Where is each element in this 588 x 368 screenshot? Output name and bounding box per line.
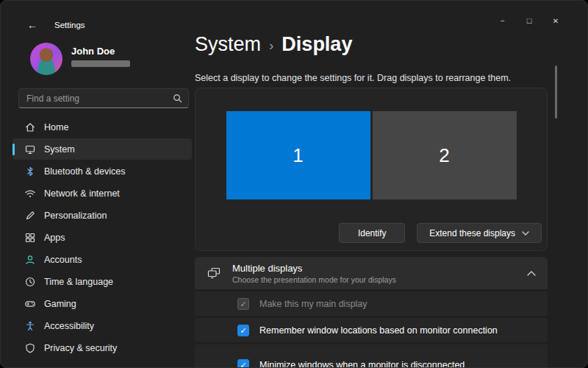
sidebar-item-bluetooth-devices[interactable]: Bluetooth & devices bbox=[12, 160, 192, 182]
checkbox-remember-window-locations[interactable]: ✓ bbox=[237, 325, 249, 336]
maximize-button[interactable]: □ bbox=[516, 11, 542, 30]
sidebar-item-apps[interactable]: Apps bbox=[12, 227, 192, 248]
sidebar-item-accounts[interactable]: Accounts bbox=[12, 249, 192, 270]
multiple-displays-expander[interactable]: Multiple displays Choose the presentatio… bbox=[195, 257, 548, 289]
option-label: Minimize windows when a monitor is disco… bbox=[259, 360, 465, 368]
sidebar-item-network-internet[interactable]: Network & internet bbox=[12, 183, 192, 204]
sidebar-item-label: Network & internet bbox=[44, 188, 120, 199]
system-icon bbox=[24, 144, 36, 155]
bluetooth-icon bbox=[24, 166, 36, 177]
sidebar-item-label: Personalization bbox=[44, 210, 107, 221]
extend-displays-dropdown[interactable]: Extend these displays bbox=[417, 223, 542, 243]
checkbox-make-main-display[interactable]: ✓ bbox=[237, 298, 249, 310]
sidebar-item-home[interactable]: Home bbox=[12, 116, 192, 138]
window-controls: − □ ✕ bbox=[490, 11, 569, 30]
search-box bbox=[18, 88, 189, 108]
sidebar-item-label: Apps bbox=[44, 233, 65, 243]
sidebar-item-label: System bbox=[44, 144, 75, 155]
apps-icon bbox=[24, 232, 36, 244]
scrollbar-thumb[interactable] bbox=[555, 66, 557, 118]
accessibility-icon bbox=[24, 320, 36, 332]
accounts-icon bbox=[24, 254, 36, 266]
extend-displays-label: Extend these displays bbox=[429, 228, 515, 238]
display-description: Select a display to change the settings … bbox=[195, 73, 511, 83]
sidebar-item-label: Privacy & security bbox=[44, 343, 117, 353]
expander-title: Multiple displays bbox=[232, 263, 516, 274]
page-title: Display bbox=[282, 33, 352, 56]
breadcrumb: System › Display bbox=[195, 33, 352, 56]
user-profile[interactable]: John Doe bbox=[30, 43, 192, 78]
shield-icon bbox=[24, 342, 36, 354]
option-minimize-windows: ✓ Minimize windows when a monitor is dis… bbox=[195, 344, 548, 368]
breadcrumb-separator: › bbox=[269, 35, 273, 54]
home-icon bbox=[24, 121, 36, 133]
clock-icon bbox=[24, 276, 36, 288]
personalization-icon bbox=[24, 210, 36, 222]
avatar bbox=[30, 43, 62, 75]
selected-indicator bbox=[12, 144, 15, 155]
sidebar-item-privacy-security[interactable]: Privacy & security bbox=[12, 337, 192, 358]
user-account-redacted bbox=[71, 60, 130, 67]
sidebar-item-label: Home bbox=[44, 122, 68, 132]
search-icon[interactable] bbox=[172, 93, 183, 104]
display-2[interactable]: 2 bbox=[373, 111, 517, 199]
display-actions: Identify Extend these displays bbox=[339, 223, 542, 243]
settings-window: ← Settings − □ ✕ John Doe Home bbox=[0, 0, 588, 368]
option-label: Remember window locations based on monit… bbox=[259, 325, 498, 336]
sidebar-item-label: Accounts bbox=[44, 255, 82, 265]
minimize-button[interactable]: − bbox=[490, 11, 516, 30]
sidebar-item-label: Accessibility bbox=[44, 321, 94, 331]
user-name: John Doe bbox=[71, 46, 115, 57]
breadcrumb-system[interactable]: System bbox=[195, 33, 261, 56]
titlebar: ← Settings bbox=[23, 17, 85, 33]
expander-text: Multiple displays Choose the presentatio… bbox=[232, 263, 516, 284]
sidebar-item-label: Bluetooth & devices bbox=[44, 166, 126, 177]
option-remember-window-locations: ✓ Remember window locations based on mon… bbox=[195, 318, 548, 342]
expander-subtitle: Choose the presentation mode for your di… bbox=[232, 275, 516, 284]
sidebar-item-time-language[interactable]: Time & language bbox=[12, 271, 192, 292]
chevron-down-icon bbox=[522, 231, 529, 236]
option-label: Make this my main display bbox=[259, 299, 368, 309]
identify-button[interactable]: Identify bbox=[339, 223, 405, 243]
display-2-number: 2 bbox=[439, 144, 449, 167]
sidebar-item-accessibility[interactable]: Accessibility bbox=[12, 315, 192, 336]
back-button[interactable]: ← bbox=[23, 17, 42, 33]
gamepad-icon bbox=[24, 298, 36, 310]
multiple-displays-icon bbox=[207, 266, 221, 280]
checkbox-minimize-windows[interactable]: ✓ bbox=[237, 359, 249, 368]
display-1[interactable]: 1 bbox=[226, 111, 370, 199]
monitor-preview: 1 2 bbox=[196, 111, 547, 199]
sidebar-item-gaming[interactable]: Gaming bbox=[12, 293, 192, 314]
sidebar-item-label: Gaming bbox=[44, 299, 76, 309]
display-1-number: 1 bbox=[293, 144, 303, 167]
option-make-main-display: ✓ Make this my main display bbox=[195, 291, 548, 316]
sidebar-item-label: Time & language bbox=[44, 277, 113, 287]
close-button[interactable]: ✕ bbox=[542, 11, 569, 30]
sidebar-item-personalization[interactable]: Personalization bbox=[12, 205, 192, 226]
wifi-icon bbox=[24, 188, 36, 199]
display-arrangement-card: 1 2 Identify Extend these displays bbox=[195, 88, 548, 251]
sidebar-nav: Home System Bluetooth & devices Net bbox=[12, 116, 192, 359]
search-input[interactable] bbox=[18, 88, 189, 108]
chevron-up-icon[interactable] bbox=[527, 271, 536, 276]
sidebar-item-system[interactable]: System bbox=[12, 138, 192, 160]
app-title: Settings bbox=[54, 21, 85, 29]
